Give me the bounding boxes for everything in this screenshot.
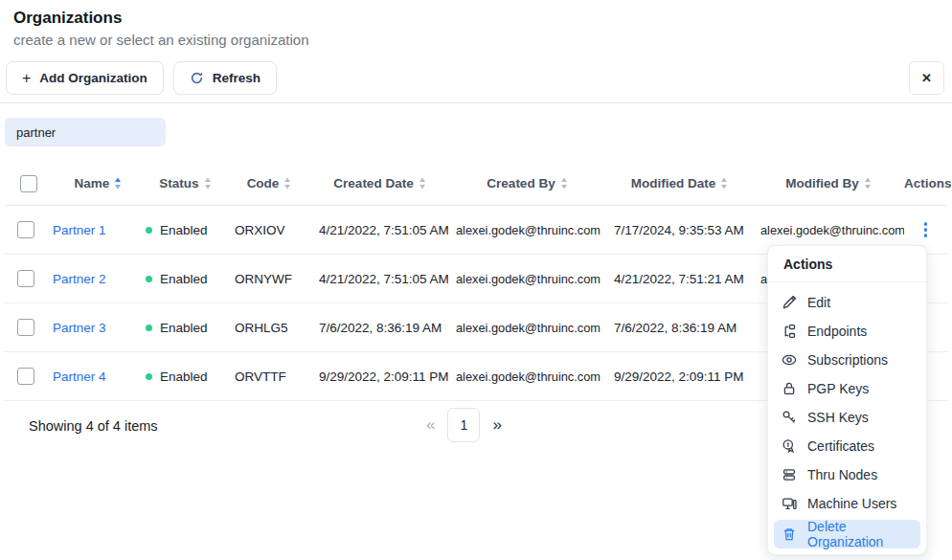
sort-icon (419, 177, 426, 190)
modified-by: alexei.godek@thruinc.com (753, 223, 904, 237)
menu-item-machine-users[interactable]: Machine Users (768, 489, 926, 518)
row-actions-kebab-icon[interactable] (920, 218, 932, 241)
organization-link[interactable]: Partner 4 (53, 370, 106, 384)
header-modified-by[interactable]: Modified By (753, 176, 904, 190)
created-date: 7/6/2022, 8:36:19 AM (311, 321, 448, 335)
machine-monitor-icon (782, 496, 797, 511)
close-button[interactable]: ✕ (909, 61, 944, 95)
close-icon: ✕ (921, 71, 932, 85)
created-date: 9/29/2022, 2:09:11 PM (311, 370, 448, 384)
select-all-checkbox[interactable] (20, 175, 37, 192)
modified-date: 9/29/2022, 2:09:11 PM (606, 370, 753, 384)
organizations-page: Organizations create a new or select an … (0, 9, 952, 560)
menu-item-thru-nodes[interactable]: Thru Nodes (768, 460, 926, 489)
menu-item-delete-organization[interactable]: Delete Organization (774, 520, 920, 549)
certificate-icon (782, 438, 797, 454)
org-code: ORHLG5 (227, 321, 311, 335)
modified-date: 4/21/2022, 7:51:21 AM (606, 272, 753, 286)
sort-icon (720, 177, 728, 190)
pagination: « 1 » (426, 408, 502, 442)
header-status[interactable]: Status (144, 176, 227, 190)
add-organization-button[interactable]: + Add Organization (6, 61, 164, 95)
plus-icon: + (22, 71, 31, 86)
created-by: alexei.godek@thruinc.com (448, 272, 606, 286)
toolbar-divider (0, 102, 952, 103)
server-stack-icon (782, 467, 797, 482)
page-title: Organizations (13, 9, 952, 28)
header-actions: Actions (904, 176, 952, 190)
page-number-button[interactable]: 1 (447, 408, 480, 442)
status-dot-icon (146, 276, 152, 282)
page-subtitle: create a new or select an existing organ… (13, 32, 952, 48)
modified-date: 7/6/2022, 8:36:19 AM (606, 321, 753, 335)
row-checkbox[interactable] (17, 368, 34, 385)
sort-icon (560, 177, 568, 190)
organization-link[interactable]: Partner 3 (53, 321, 106, 335)
add-organization-label: Add Organization (39, 71, 147, 85)
previous-page-icon[interactable]: « (426, 415, 435, 435)
sort-icon (864, 177, 872, 190)
created-by: alexei.godek@thruinc.com (448, 370, 606, 384)
status-text: Enabled (160, 223, 208, 237)
created-date: 4/21/2022, 7:51:05 AM (311, 223, 448, 237)
status-text: Enabled (160, 370, 208, 384)
status-text: Enabled (160, 272, 208, 286)
status-dot-icon (146, 325, 152, 331)
header-modified-date[interactable]: Modified Date (606, 176, 753, 190)
menu-item-certificates[interactable]: Certificates (768, 432, 926, 460)
trash-icon (782, 526, 797, 542)
status-text: Enabled (160, 321, 208, 335)
sort-icon (283, 177, 291, 190)
row-checkbox[interactable] (17, 319, 34, 336)
sort-icon-active (114, 177, 122, 190)
actions-dropdown-menu: Actions Edit Endpoints Subscriptions PGP… (767, 245, 927, 555)
actions-menu-title: Actions (768, 246, 926, 282)
menu-item-edit[interactable]: Edit (768, 288, 926, 317)
header-created-by[interactable]: Created By (448, 176, 606, 190)
next-page-icon[interactable]: » (492, 415, 501, 435)
row-checkbox[interactable] (17, 270, 34, 287)
header-created-date[interactable]: Created Date (311, 176, 448, 190)
toolbar: + Add Organization Refresh ✕ (6, 61, 944, 95)
table-header-row: Name Status Code Created Date (5, 162, 947, 206)
key-icon (782, 410, 797, 425)
created-date: 4/21/2022, 7:51:05 AM (311, 272, 448, 286)
sort-icon (204, 177, 212, 190)
eye-icon (782, 352, 797, 368)
created-by: alexei.godek@thruinc.com (448, 321, 606, 335)
refresh-icon (190, 71, 204, 85)
search-input[interactable] (5, 118, 166, 146)
menu-item-subscriptions[interactable]: Subscriptions (768, 346, 926, 374)
org-code: ORXIOV (227, 223, 311, 237)
pencil-icon (782, 295, 797, 310)
refresh-button[interactable]: Refresh (173, 61, 277, 95)
lock-icon (782, 381, 797, 396)
org-code: ORNYWF (227, 272, 311, 286)
org-code: ORVTTF (227, 370, 311, 384)
modified-date: 7/17/2024, 9:35:53 AM (606, 223, 753, 237)
menu-item-endpoints[interactable]: Endpoints (768, 317, 926, 346)
status-dot-icon (146, 227, 152, 234)
refresh-label: Refresh (213, 71, 261, 85)
created-by: alexei.godek@thruinc.com (448, 223, 606, 237)
organization-link[interactable]: Partner 1 (53, 223, 106, 237)
header-code[interactable]: Code (227, 176, 311, 190)
items-summary: Showing 4 of 4 items (29, 418, 158, 434)
endpoints-tree-icon (782, 324, 797, 339)
organization-link[interactable]: Partner 2 (53, 272, 106, 286)
menu-item-pgp-keys[interactable]: PGP Keys (768, 374, 926, 403)
header-select-all (5, 175, 53, 192)
menu-item-ssh-keys[interactable]: SSH Keys (768, 403, 926, 432)
status-dot-icon (146, 373, 152, 380)
header-name[interactable]: Name (53, 176, 144, 190)
row-checkbox[interactable] (17, 221, 34, 238)
